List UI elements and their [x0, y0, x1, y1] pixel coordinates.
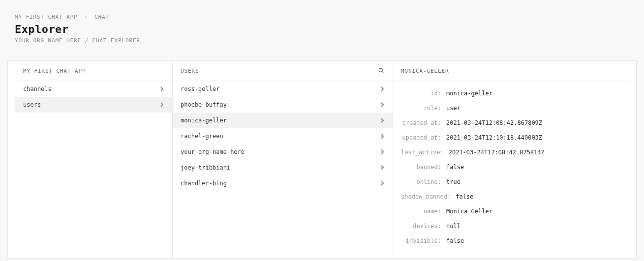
users-header-label: USERS	[181, 68, 199, 74]
detail-value: null	[446, 223, 460, 230]
user-item-label: ross-geller	[181, 86, 219, 92]
chevron-right-icon	[380, 165, 385, 170]
detail-header-label: MONICA-GELLER	[401, 68, 449, 74]
detail-value: 2021-03-24T12:08:42.867809Z	[446, 119, 542, 126]
subtitle-sep: /	[85, 37, 89, 44]
detail-key: online:	[401, 178, 441, 185]
detail-value: 2021-03-24T12:10:18.440003Z	[446, 134, 542, 141]
detail-list: id:monica-gellerrole:usercreated_at:2021…	[393, 81, 629, 258]
nav-item-channels[interactable]: channels	[15, 81, 172, 97]
detail-field: updated_at:2021-03-24T12:10:18.440003Z	[401, 130, 621, 145]
page-title: Explorer	[15, 23, 629, 35]
detail-header: MONICA-GELLER	[393, 61, 629, 81]
detail-key: invisible:	[401, 237, 441, 244]
svg-point-0	[379, 68, 382, 72]
detail-field: created_at:2021-03-24T12:08:42.867809Z	[401, 116, 621, 130]
chevron-right-icon	[380, 134, 385, 139]
chevron-right-icon	[380, 181, 385, 186]
user-item-label: rachel-green	[181, 133, 223, 140]
user-item-label: chandler-bing	[181, 180, 227, 187]
detail-field: name:Monica Geller	[401, 204, 621, 219]
detail-key: last_active:	[401, 149, 444, 156]
breadcrumb-separator: ›	[84, 14, 88, 20]
breadcrumb: MY FIRST CHAT APP › CHAT	[15, 14, 629, 20]
users-list: ross-gellerphoebe-buffaymonica-gellerrac…	[173, 81, 393, 191]
detail-value: false	[446, 237, 464, 244]
nav-list: channelsusers	[15, 81, 172, 113]
detail-field: invisible:false	[401, 233, 621, 248]
detail-key: shadow_banned:	[401, 193, 451, 200]
subtitle-org: YOUR-ORG-NAME-HERE	[15, 37, 81, 44]
chevron-right-icon	[380, 149, 385, 154]
search-icon[interactable]	[378, 67, 385, 74]
detail-value: 2021-03-24T12:08:42.875814Z	[449, 149, 545, 156]
chevron-right-icon	[159, 102, 164, 107]
nav-header: MY FIRST CHAT APP	[15, 61, 172, 81]
user-item-label: your-org-name-here	[181, 148, 245, 155]
detail-key: devices:	[401, 223, 441, 230]
detail-value: Monica Geller	[446, 208, 492, 215]
chevron-right-icon	[380, 87, 385, 91]
users-column: USERS ross-gellerphoebe-buffaymonica-gel…	[173, 61, 393, 258]
detail-value: monica-geller	[446, 90, 492, 97]
user-item-label: joey-tribbiani	[181, 164, 230, 171]
detail-key: updated_at:	[401, 134, 441, 141]
detail-key: created_at:	[401, 119, 441, 126]
user-item[interactable]: your-org-name-here	[173, 144, 393, 160]
explorer-panels: MY FIRST CHAT APP channelsusers USERS ro…	[7, 60, 637, 259]
detail-value: false	[456, 193, 473, 200]
detail-value: user	[446, 105, 460, 112]
breadcrumb-app[interactable]: MY FIRST CHAT APP	[15, 14, 78, 20]
detail-key: banned:	[401, 164, 441, 171]
chevron-right-icon	[380, 118, 385, 123]
detail-field: banned:false	[401, 160, 621, 174]
nav-header-label: MY FIRST CHAT APP	[23, 68, 86, 74]
nav-column: MY FIRST CHAT APP channelsusers	[15, 61, 173, 258]
nav-item-label: channels	[23, 86, 52, 92]
user-item[interactable]: chandler-bing	[173, 175, 393, 191]
user-item[interactable]: ross-geller	[173, 81, 393, 97]
detail-value: false	[446, 164, 464, 171]
user-item[interactable]: monica-geller	[173, 113, 393, 128]
detail-key: id:	[401, 90, 441, 97]
nav-item-users[interactable]: users	[15, 97, 172, 113]
detail-field: role:user	[401, 101, 621, 116]
detail-field: last_active:2021-03-24T12:08:42.875814Z	[401, 145, 621, 160]
user-item[interactable]: joey-tribbiani	[173, 160, 393, 175]
detail-field: devices:null	[401, 219, 621, 233]
detail-field: online:true	[401, 174, 621, 189]
user-item-label: monica-geller	[181, 117, 227, 124]
detail-field: id:monica-geller	[401, 86, 621, 101]
breadcrumb-section[interactable]: CHAT	[94, 14, 109, 20]
user-item[interactable]: phoebe-buffay	[173, 97, 393, 113]
detail-key: role:	[401, 105, 441, 112]
detail-key: name:	[401, 208, 441, 215]
detail-field: shadow_banned:false	[401, 189, 621, 204]
page-subtitle: YOUR-ORG-NAME-HERE / CHAT EXPLORER	[15, 37, 629, 44]
chevron-right-icon	[380, 102, 385, 107]
users-header: USERS	[173, 61, 393, 81]
svg-line-1	[382, 71, 383, 73]
detail-value: true	[446, 178, 460, 185]
user-item-label: phoebe-buffay	[181, 101, 227, 108]
subtitle-page: CHAT EXPLORER	[92, 37, 141, 44]
user-item[interactable]: rachel-green	[173, 128, 393, 144]
chevron-right-icon	[159, 87, 164, 91]
nav-item-label: users	[23, 101, 41, 108]
detail-column: MONICA-GELLER id:monica-gellerrole:userc…	[393, 61, 629, 258]
